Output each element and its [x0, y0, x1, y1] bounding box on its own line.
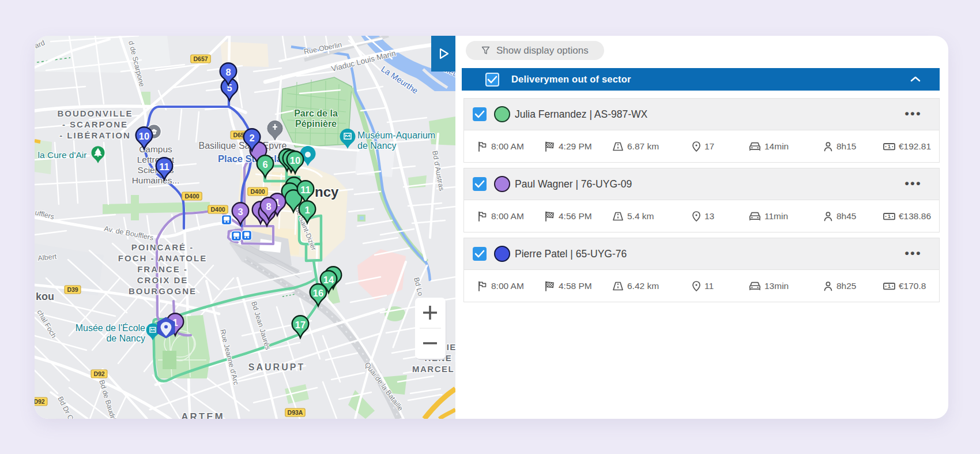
- svg-text:D39: D39: [67, 286, 78, 293]
- svg-text:POINCARÉ -: POINCARÉ -: [131, 242, 194, 252]
- svg-text:kou: kou: [36, 291, 54, 302]
- svg-text:D400: D400: [250, 188, 265, 195]
- svg-text:Humaines...: Humaines...: [132, 175, 180, 185]
- svg-text:6: 6: [262, 159, 267, 170]
- svg-text:D400: D400: [184, 193, 199, 200]
- svg-text:Musée de l'École: Musée de l'École: [76, 322, 145, 333]
- svg-text:de Nancy: de Nancy: [357, 141, 397, 151]
- svg-text:D657: D657: [193, 55, 208, 62]
- svg-text:SAURUPT: SAURUPT: [248, 362, 305, 372]
- svg-text:Muséum-Aquarium: Muséum-Aquarium: [357, 130, 435, 140]
- svg-text:D92: D92: [35, 398, 45, 405]
- svg-text:ARTEM: ARTEM: [181, 411, 224, 419]
- svg-text:1: 1: [888, 283, 891, 289]
- svg-text:1: 1: [888, 144, 891, 149]
- svg-text:10: 10: [139, 131, 149, 141]
- svg-text:Pépinière: Pépinière: [295, 119, 337, 129]
- svg-text:D400: D400: [210, 206, 225, 213]
- svg-text:2: 2: [249, 133, 254, 143]
- svg-text:1: 1: [888, 213, 891, 219]
- svg-text:FOCH - ANATOLE: FOCH - ANATOLE: [118, 253, 207, 263]
- svg-text:de Nancy: de Nancy: [106, 333, 145, 343]
- svg-text:FRANCE -: FRANCE -: [137, 264, 188, 274]
- svg-text:8: 8: [266, 201, 271, 212]
- svg-text:1: 1: [304, 205, 310, 215]
- svg-text:3: 3: [238, 207, 243, 217]
- svg-text:10: 10: [290, 155, 300, 166]
- svg-text:BOURGOGNE: BOURGOGNE: [129, 286, 197, 296]
- svg-text:Basilique Saint-Epvre: Basilique Saint-Epvre: [199, 141, 287, 151]
- svg-text:D93A: D93A: [288, 409, 303, 416]
- svg-text:11: 11: [300, 185, 310, 195]
- svg-text:BOUDONVILLE: BOUDONVILLE: [57, 108, 133, 118]
- svg-text:CROIX DE: CROIX DE: [137, 275, 189, 285]
- svg-text:MARCEL E: MARCEL E: [412, 364, 455, 374]
- svg-text:17: 17: [295, 320, 306, 330]
- svg-text:D65: D65: [233, 132, 244, 138]
- svg-text:11: 11: [159, 162, 169, 172]
- svg-text:la Cure d'Air: la Cure d'Air: [38, 150, 87, 160]
- svg-text:Parc de la: Parc de la: [294, 108, 338, 118]
- svg-text:14: 14: [323, 275, 334, 285]
- svg-text:- LIBÉRATION: - LIBÉRATION: [59, 130, 131, 140]
- svg-text:- SCARPONE: - SCARPONE: [62, 119, 128, 129]
- svg-text:ncy: ncy: [315, 184, 339, 200]
- svg-text:D92: D92: [93, 370, 104, 377]
- svg-text:16: 16: [313, 288, 323, 298]
- svg-text:8: 8: [225, 67, 231, 77]
